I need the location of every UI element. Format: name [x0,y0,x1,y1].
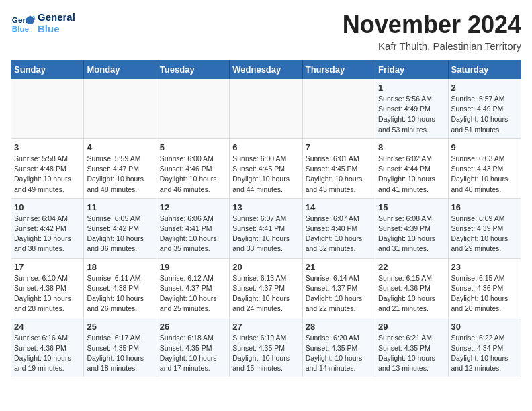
calendar-cell: 1Sunrise: 5:56 AM Sunset: 4:49 PM Daylig… [375,79,448,139]
day-info: Sunrise: 6:22 AM Sunset: 4:34 PM Dayligh… [451,333,518,374]
day-number: 21 [306,262,372,272]
day-header-tuesday: Tuesday [157,60,229,79]
calendar-cell: 20Sunrise: 6:13 AM Sunset: 4:37 PM Dayli… [230,258,302,318]
calendar-cell: 5Sunrise: 6:00 AM Sunset: 4:46 PM Daylig… [157,138,229,198]
logo-general: General [38,11,75,23]
calendar-cell: 12Sunrise: 6:06 AM Sunset: 4:41 PM Dayli… [157,198,229,258]
calendar-cell: 3Sunrise: 5:58 AM Sunset: 4:48 PM Daylig… [11,138,84,198]
day-number: 1 [378,83,445,93]
day-info: Sunrise: 6:11 AM Sunset: 4:38 PM Dayligh… [87,273,153,314]
svg-text:Blue: Blue [12,24,30,33]
day-number: 18 [87,262,153,272]
calendar-cell: 24Sunrise: 6:16 AM Sunset: 4:36 PM Dayli… [11,318,84,377]
day-number: 12 [160,202,226,212]
calendar-cell: 19Sunrise: 6:12 AM Sunset: 4:37 PM Dayli… [157,258,229,318]
day-number: 19 [160,262,226,272]
day-header-thursday: Thursday [302,60,375,79]
day-info: Sunrise: 6:20 AM Sunset: 4:35 PM Dayligh… [306,333,372,374]
day-number: 22 [378,262,445,272]
logo: General Blue General Blue [11,11,75,35]
day-info: Sunrise: 5:57 AM Sunset: 4:49 PM Dayligh… [451,94,518,135]
day-info: Sunrise: 6:16 AM Sunset: 4:36 PM Dayligh… [14,333,81,374]
calendar-cell: 29Sunrise: 6:21 AM Sunset: 4:35 PM Dayli… [375,318,448,377]
calendar-week-1: 1Sunrise: 5:56 AM Sunset: 4:49 PM Daylig… [11,79,521,139]
day-number: 17 [14,262,81,272]
day-number: 25 [87,322,153,332]
calendar-cell: 14Sunrise: 6:07 AM Sunset: 4:40 PM Dayli… [302,198,375,258]
day-number: 8 [378,142,445,152]
calendar-cell: 4Sunrise: 5:59 AM Sunset: 4:47 PM Daylig… [84,138,157,198]
day-number: 11 [87,202,153,212]
day-info: Sunrise: 6:03 AM Sunset: 4:43 PM Dayligh… [451,154,518,195]
day-info: Sunrise: 6:06 AM Sunset: 4:41 PM Dayligh… [160,214,226,255]
day-number: 14 [306,202,372,212]
calendar-cell: 13Sunrise: 6:07 AM Sunset: 4:41 PM Dayli… [230,198,302,258]
day-number: 4 [87,142,153,152]
day-number: 20 [232,262,299,272]
day-info: Sunrise: 6:05 AM Sunset: 4:42 PM Dayligh… [87,214,153,255]
calendar-cell: 25Sunrise: 6:17 AM Sunset: 4:35 PM Dayli… [84,318,157,377]
calendar-cell: 2Sunrise: 5:57 AM Sunset: 4:49 PM Daylig… [448,79,521,139]
day-info: Sunrise: 6:09 AM Sunset: 4:39 PM Dayligh… [451,214,518,255]
day-info: Sunrise: 6:02 AM Sunset: 4:44 PM Dayligh… [378,154,445,195]
day-number: 30 [451,322,518,332]
day-info: Sunrise: 6:10 AM Sunset: 4:38 PM Dayligh… [14,273,81,314]
calendar-cell: 23Sunrise: 6:15 AM Sunset: 4:36 PM Dayli… [448,258,521,318]
calendar-cell: 28Sunrise: 6:20 AM Sunset: 4:35 PM Dayli… [302,318,375,377]
calendar-cell [11,79,84,139]
calendar-cell: 15Sunrise: 6:08 AM Sunset: 4:39 PM Dayli… [375,198,448,258]
day-info: Sunrise: 5:58 AM Sunset: 4:48 PM Dayligh… [14,154,81,195]
day-info: Sunrise: 6:08 AM Sunset: 4:39 PM Dayligh… [378,214,445,255]
calendar-cell: 16Sunrise: 6:09 AM Sunset: 4:39 PM Dayli… [448,198,521,258]
calendar-cell: 17Sunrise: 6:10 AM Sunset: 4:38 PM Dayli… [11,258,84,318]
day-number: 2 [451,83,518,93]
day-number: 15 [378,202,445,212]
day-header-monday: Monday [84,60,157,79]
day-number: 29 [378,322,445,332]
calendar-cell: 18Sunrise: 6:11 AM Sunset: 4:38 PM Dayli… [84,258,157,318]
calendar-cell: 30Sunrise: 6:22 AM Sunset: 4:34 PM Dayli… [448,318,521,377]
month-year-title: November 2024 [343,11,521,39]
day-info: Sunrise: 6:15 AM Sunset: 4:36 PM Dayligh… [378,273,445,314]
day-info: Sunrise: 6:15 AM Sunset: 4:36 PM Dayligh… [451,273,518,314]
day-info: Sunrise: 6:18 AM Sunset: 4:35 PM Dayligh… [160,333,226,374]
calendar-week-3: 10Sunrise: 6:04 AM Sunset: 4:42 PM Dayli… [11,198,521,258]
day-number: 16 [451,202,518,212]
day-info: Sunrise: 6:07 AM Sunset: 4:40 PM Dayligh… [306,214,372,255]
calendar-cell: 22Sunrise: 6:15 AM Sunset: 4:36 PM Dayli… [375,258,448,318]
day-number: 9 [451,142,518,152]
calendar-cell: 11Sunrise: 6:05 AM Sunset: 4:42 PM Dayli… [84,198,157,258]
calendar-cell [157,79,229,139]
day-info: Sunrise: 6:01 AM Sunset: 4:45 PM Dayligh… [306,154,372,195]
day-info: Sunrise: 6:12 AM Sunset: 4:37 PM Dayligh… [160,273,226,314]
calendar-cell: 7Sunrise: 6:01 AM Sunset: 4:45 PM Daylig… [302,138,375,198]
day-info: Sunrise: 6:19 AM Sunset: 4:35 PM Dayligh… [232,333,299,374]
day-info: Sunrise: 5:59 AM Sunset: 4:47 PM Dayligh… [87,154,153,195]
day-number: 7 [306,142,372,152]
calendar-cell: 9Sunrise: 6:03 AM Sunset: 4:43 PM Daylig… [448,138,521,198]
logo-blue: Blue [38,23,75,34]
day-info: Sunrise: 6:00 AM Sunset: 4:46 PM Dayligh… [160,154,226,195]
calendar-cell: 27Sunrise: 6:19 AM Sunset: 4:35 PM Dayli… [230,318,302,377]
logo-icon: General Blue [11,11,35,35]
page-header: General Blue General Blue November 2024 … [11,11,521,52]
calendar-cell [230,79,302,139]
calendar-cell: 21Sunrise: 6:14 AM Sunset: 4:37 PM Dayli… [302,258,375,318]
title-block: November 2024 Kafr Thulth, Palestinian T… [343,11,521,52]
day-number: 24 [14,322,81,332]
day-info: Sunrise: 6:07 AM Sunset: 4:41 PM Dayligh… [232,214,299,255]
calendar-cell [302,79,375,139]
calendar-header-row: SundayMondayTuesdayWednesdayThursdayFrid… [11,60,521,79]
day-number: 3 [14,142,81,152]
day-number: 27 [232,322,299,332]
day-number: 5 [160,142,226,152]
calendar-cell: 10Sunrise: 6:04 AM Sunset: 4:42 PM Dayli… [11,198,84,258]
day-number: 28 [306,322,372,332]
calendar-week-2: 3Sunrise: 5:58 AM Sunset: 4:48 PM Daylig… [11,138,521,198]
day-header-saturday: Saturday [448,60,521,79]
day-info: Sunrise: 6:14 AM Sunset: 4:37 PM Dayligh… [306,273,372,314]
day-info: Sunrise: 6:00 AM Sunset: 4:45 PM Dayligh… [232,154,299,195]
calendar-cell [84,79,157,139]
day-number: 10 [14,202,81,212]
calendar-cell: 6Sunrise: 6:00 AM Sunset: 4:45 PM Daylig… [230,138,302,198]
